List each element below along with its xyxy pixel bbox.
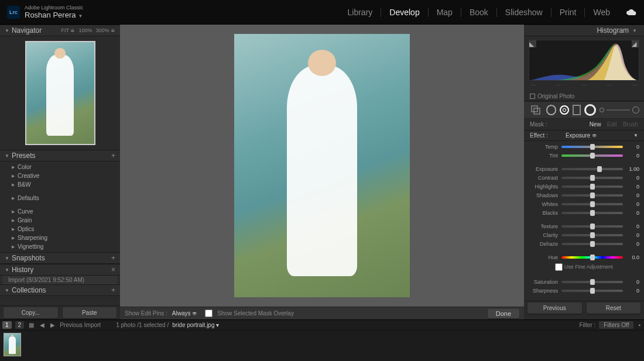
crop-tool-icon[interactable] — [529, 103, 543, 117]
reset-button[interactable]: Reset — [587, 302, 641, 314]
edit-pins-mode[interactable]: Always ≑ — [172, 310, 197, 317]
presets-add-icon[interactable]: + — [111, 152, 115, 160]
nav-fwd-icon[interactable]: ▶ — [49, 322, 56, 328]
slider-sharpness[interactable]: Sharpness0 — [529, 286, 639, 295]
redeye-tool-icon[interactable] — [560, 105, 569, 115]
effect-select[interactable]: Exposure ≑ — [566, 132, 597, 139]
main-display[interactable]: 1 — [2, 321, 12, 329]
preset-sharpening[interactable]: Sharpening — [0, 233, 120, 242]
slider-clarity[interactable]: Clarity0 — [529, 231, 639, 239]
preset-bw[interactable]: B&W — [0, 180, 120, 189]
preset-curve[interactable]: Curve — [0, 207, 120, 216]
slider-exposure[interactable]: Exposure1.00 — [529, 164, 639, 173]
grid-view-icon[interactable]: ▦ — [28, 322, 35, 328]
copy-button[interactable]: Copy... — [4, 307, 58, 318]
photo-count: 1 photo /1 selected / — [116, 322, 169, 328]
preset-grain[interactable]: Grain — [0, 216, 120, 225]
fine-adjustment-checkbox[interactable] — [555, 263, 563, 271]
square-icon — [530, 94, 535, 99]
zoom-fit[interactable]: FIT ≑ — [61, 27, 76, 33]
slider-saturation[interactable]: Saturation0 — [529, 277, 639, 286]
previous-button[interactable]: Previous — [527, 302, 582, 314]
chevron-down-icon[interactable]: ▼ — [633, 133, 638, 138]
history-header[interactable]: ▼History × — [0, 264, 120, 276]
preset-creative[interactable]: Creative — [0, 171, 120, 180]
grad-tool-icon[interactable] — [573, 105, 581, 115]
preset-vignetting[interactable]: Vignetting — [0, 242, 120, 251]
module-map[interactable]: Map — [429, 8, 461, 17]
mask-brush: Brush — [623, 121, 638, 128]
slider-whites[interactable]: Whites0 — [529, 200, 639, 208]
nav-back-icon[interactable]: ◀ — [39, 322, 46, 328]
preset-optics[interactable]: Optics — [0, 225, 120, 233]
right-panel: Histogram ▼ ◣ ◢ ————— Original Photo — [524, 25, 644, 319]
effect-label: Effect : — [530, 132, 548, 139]
module-slideshow[interactable]: Slideshow — [497, 8, 551, 17]
fine-adjustment-label: Use Fine Adjustment — [564, 264, 613, 270]
collections-header[interactable]: ▼Collections + — [0, 284, 120, 296]
presets-tree: Color Creative B&W Defaults Curve Grain … — [0, 161, 120, 252]
tool-strip — [524, 101, 644, 119]
original-photo-toggle[interactable]: Original Photo — [524, 92, 644, 101]
preset-color[interactable]: Color — [0, 163, 120, 171]
svg-rect-0 — [532, 106, 537, 112]
center-panel: Show Edit Pins : Always ≑ Show Selected … — [120, 25, 524, 319]
histogram-header[interactable]: Histogram ▼ — [524, 25, 644, 36]
navigator-thumbnail[interactable] — [25, 41, 95, 145]
module-book[interactable]: Book — [461, 8, 497, 17]
paste-button[interactable]: Paste — [63, 307, 117, 318]
collections-add-icon[interactable]: + — [111, 286, 115, 294]
slider-shadows[interactable]: Shadows0 — [529, 191, 639, 200]
slider-tint[interactable]: Tint0 — [529, 151, 639, 160]
zoom-100[interactable]: 100% — [78, 27, 92, 33]
main-image[interactable] — [234, 34, 410, 297]
module-print[interactable]: Print — [551, 8, 585, 17]
navigator-header[interactable]: ▼Navigator FIT ≑ 100% 300% ≑ — [0, 25, 120, 36]
done-button[interactable]: Done — [488, 309, 519, 318]
histogram[interactable]: ◣ ◢ — [529, 40, 639, 81]
adjustment-sliders: Temp0Tint0 Exposure1.00Contrast0Highligh… — [524, 141, 644, 301]
slider-texture[interactable]: Texture0 — [529, 222, 639, 231]
filmstrip-thumb[interactable] — [4, 333, 21, 356]
history-clear-icon[interactable]: × — [111, 266, 115, 274]
canvas-area[interactable] — [120, 25, 524, 307]
mask-new[interactable]: New — [590, 121, 601, 128]
slider-blacks[interactable]: Blacks0 — [529, 208, 639, 217]
user-name: Roshan Perera▼ — [25, 11, 83, 19]
show-overlay-label: Show Selected Mask Overlay — [217, 310, 294, 317]
identity-plate[interactable]: Adobe Lightroom Classic Roshan Perera▼ — [25, 5, 83, 19]
module-develop[interactable]: Develop — [381, 8, 428, 17]
show-overlay-checkbox[interactable] — [205, 310, 213, 317]
filter-label: Filter : — [580, 322, 596, 328]
snapshots-header[interactable]: ▼Snapshots + — [0, 252, 120, 264]
slider-highlights[interactable]: Highlights0 — [529, 182, 639, 191]
zoom-300[interactable]: 300% ≑ — [95, 27, 115, 33]
snapshots-add-icon[interactable]: + — [111, 254, 115, 262]
history-entry[interactable]: Import (8/3/2021 9:52:50 AM) — [2, 276, 118, 284]
app-name: Adobe Lightroom Classic — [25, 5, 83, 11]
slider-temp[interactable]: Temp0 — [529, 142, 639, 151]
mask-edit: Edit — [607, 121, 617, 128]
brush-size-max-icon — [632, 106, 639, 114]
module-picker: Library Develop Map Book Slideshow Print… — [340, 8, 619, 17]
spot-tool-icon[interactable] — [546, 105, 557, 115]
show-edit-pins-label: Show Edit Pins : — [125, 310, 167, 317]
left-panel: ▼Navigator FIT ≑ 100% 300% ≑ ▼Presets + … — [0, 25, 120, 319]
module-web[interactable]: Web — [585, 8, 618, 17]
radial-tool-icon[interactable] — [584, 104, 596, 116]
filter-lock-icon[interactable]: ▪ — [637, 322, 642, 328]
filter-select[interactable]: Filters Off — [599, 321, 633, 329]
second-display[interactable]: 2 — [15, 321, 25, 329]
brush-size-slider[interactable] — [607, 109, 630, 111]
cloud-sync-icon[interactable] — [625, 8, 637, 16]
presets-header[interactable]: ▼Presets + — [0, 150, 120, 161]
slider-dehaze[interactable]: Dehaze0 — [529, 239, 639, 248]
source-label[interactable]: Previous Import — [60, 322, 101, 328]
preset-defaults[interactable]: Defaults — [0, 194, 120, 202]
module-library[interactable]: Library — [340, 8, 382, 17]
slider-hue[interactable]: Hue 0.0 — [529, 253, 639, 262]
app-header: Lrc Adobe Lightroom Classic Roshan Perer… — [0, 0, 644, 25]
current-filename[interactable]: bride portrait.jpg ▾ — [172, 322, 219, 328]
brush-size-min-icon — [600, 108, 604, 112]
slider-contrast[interactable]: Contrast0 — [529, 173, 639, 182]
